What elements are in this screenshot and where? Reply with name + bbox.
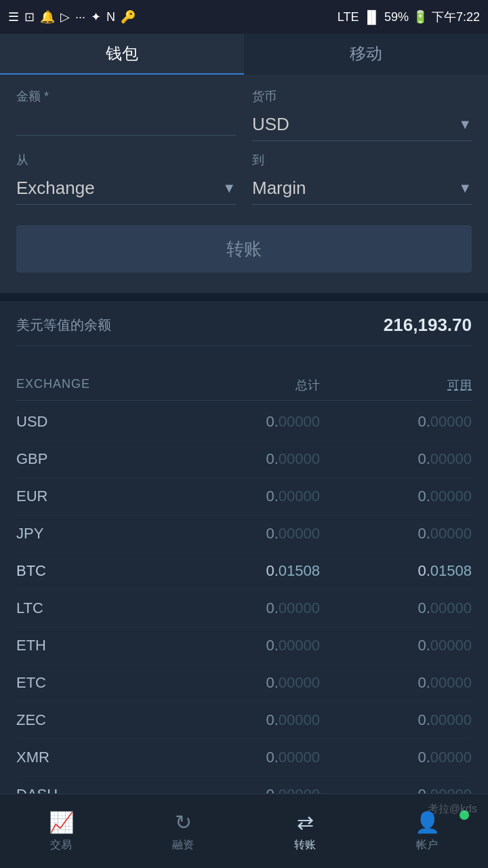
from-to-row: 从 Exchange ▼ 到 Margin ▼ bbox=[16, 152, 472, 205]
balance-row: 美元等值的余额 216,193.70 bbox=[16, 315, 472, 346]
table-row: LTC 0.00000 0.00000 bbox=[16, 590, 472, 627]
lte-label: LTE bbox=[338, 10, 359, 24]
currency-select[interactable]: USD ▼ bbox=[252, 108, 472, 141]
transfer-button[interactable]: 转账 bbox=[16, 225, 472, 273]
cell-available: 0.01508 bbox=[320, 562, 472, 580]
cell-currency-name: GBP bbox=[16, 450, 168, 468]
nav-account-label: 帐户 bbox=[416, 838, 438, 852]
header-exchange: EXCHANGE bbox=[16, 377, 168, 393]
exchange-table: EXCHANGE 总计 可用 USD 0.00000 0.00000 GBP 0… bbox=[0, 370, 488, 851]
amount-label: 金额 * bbox=[16, 88, 236, 104]
to-value: Margin bbox=[252, 178, 306, 199]
amount-input[interactable] bbox=[16, 108, 236, 136]
nav-transfer[interactable]: ⇄ 转账 bbox=[244, 810, 366, 852]
table-row: GBP 0.00000 0.00000 bbox=[16, 441, 472, 478]
cell-total: 0.00000 bbox=[168, 450, 320, 468]
notification-icon: 🔔 bbox=[40, 9, 55, 24]
nav-trade[interactable]: 📈 交易 bbox=[0, 810, 122, 852]
cell-currency-name: EUR bbox=[16, 488, 168, 505]
cell-currency-name: ZEC bbox=[16, 711, 168, 729]
battery-icon: 🔋 bbox=[413, 9, 428, 24]
table-row: EUR 0.00000 0.00000 bbox=[16, 478, 472, 515]
cell-total: 0.00000 bbox=[168, 413, 320, 431]
bluetooth-icon: ✦ bbox=[91, 9, 101, 24]
header-available: 可用 bbox=[320, 377, 472, 393]
cell-currency-name: ETC bbox=[16, 674, 168, 692]
table-row: XMR 0.00000 0.00000 bbox=[16, 739, 472, 776]
chevron-down-icon: ▼ bbox=[458, 117, 472, 132]
cell-total: 0.00000 bbox=[168, 674, 320, 692]
balance-label: 美元等值的余额 bbox=[16, 316, 111, 334]
send-icon: ▷ bbox=[60, 9, 70, 24]
cell-total: 0.00000 bbox=[168, 749, 320, 766]
tab-bar: 钱包 移动 bbox=[0, 34, 488, 75]
table-row: ZEC 0.00000 0.00000 bbox=[16, 702, 472, 739]
table-header: EXCHANGE 总计 可用 bbox=[16, 370, 472, 401]
nav-finance-label: 融资 bbox=[172, 838, 194, 852]
cell-currency-name: BTC bbox=[16, 562, 168, 580]
nav-finance[interactable]: ↻ 融资 bbox=[122, 810, 244, 852]
more-icon: ··· bbox=[75, 10, 85, 24]
from-select[interactable]: Exchange ▼ bbox=[16, 172, 236, 205]
from-field: 从 Exchange ▼ bbox=[16, 152, 236, 205]
from-value: Exchange bbox=[16, 178, 95, 199]
table-row: JPY 0.00000 0.00000 bbox=[16, 515, 472, 553]
nav-trade-label: 交易 bbox=[50, 838, 72, 852]
cell-currency-name: XMR bbox=[16, 749, 168, 766]
table-row: ETC 0.00000 0.00000 bbox=[16, 665, 472, 702]
signal-bars: ▐▌ bbox=[363, 10, 380, 24]
cell-total: 0.00000 bbox=[168, 488, 320, 505]
table-body: USD 0.00000 0.00000 GBP 0.00000 0.00000 … bbox=[16, 403, 472, 851]
amount-currency-row: 金额 * 货币 USD ▼ bbox=[16, 88, 472, 141]
currency-field: 货币 USD ▼ bbox=[252, 88, 472, 141]
cell-available: 0.00000 bbox=[320, 488, 472, 505]
cell-available: 0.00000 bbox=[320, 711, 472, 729]
bottom-nav: 📈 交易 ↻ 融资 ⇄ 转账 👤 帐户 bbox=[0, 793, 488, 868]
cell-available: 0.00000 bbox=[320, 599, 472, 617]
cell-total: 0.00000 bbox=[168, 525, 320, 542]
tab-wallet[interactable]: 钱包 bbox=[0, 34, 244, 75]
cell-currency-name: USD bbox=[16, 413, 168, 431]
trade-icon: 📈 bbox=[49, 810, 74, 834]
currency-label: 货币 bbox=[252, 88, 472, 104]
app-icon: ⊡ bbox=[24, 9, 35, 24]
nfc-icon: N bbox=[106, 10, 115, 24]
to-field: 到 Margin ▼ bbox=[252, 152, 472, 205]
currency-value: USD bbox=[252, 114, 289, 135]
amount-field: 金额 * bbox=[16, 88, 236, 141]
transfer-form: 金额 * 货币 USD ▼ 从 Exchange ▼ 到 bbox=[0, 75, 488, 293]
balance-section: 美元等值的余额 216,193.70 bbox=[0, 301, 488, 370]
status-bar: ☰ ⊡ 🔔 ▷ ··· ✦ N 🔑 LTE ▐▌ 59% 🔋 下午7:22 bbox=[0, 0, 488, 34]
key-icon: 🔑 bbox=[121, 9, 136, 24]
finance-icon: ↻ bbox=[175, 810, 192, 834]
from-label: 从 bbox=[16, 152, 236, 168]
status-left-icons: ☰ ⊡ 🔔 ▷ ··· ✦ N 🔑 bbox=[8, 9, 136, 24]
nav-transfer-label: 转账 bbox=[294, 838, 316, 852]
table-row: BTC 0.01508 0.01508 bbox=[16, 553, 472, 590]
to-label: 到 bbox=[252, 152, 472, 168]
cell-total: 0.01508 bbox=[168, 562, 320, 580]
chevron-down-to-icon: ▼ bbox=[458, 180, 472, 196]
cell-available: 0.00000 bbox=[320, 674, 472, 692]
cell-total: 0.00000 bbox=[168, 599, 320, 617]
cell-currency-name: ETH bbox=[16, 637, 168, 654]
cell-available: 0.00000 bbox=[320, 450, 472, 468]
cell-available: 0.00000 bbox=[320, 637, 472, 654]
to-select[interactable]: Margin ▼ bbox=[252, 172, 472, 205]
cell-available: 0.00000 bbox=[320, 525, 472, 542]
chevron-down-from-icon: ▼ bbox=[222, 180, 236, 196]
header-total: 总计 bbox=[168, 377, 320, 393]
watermark: 考拉@kds bbox=[428, 802, 477, 816]
menu-icon: ☰ bbox=[8, 9, 19, 24]
section-divider bbox=[0, 293, 488, 301]
status-time: 下午7:22 bbox=[432, 9, 480, 25]
cell-available: 0.00000 bbox=[320, 413, 472, 431]
table-row: ETH 0.00000 0.00000 bbox=[16, 627, 472, 665]
cell-currency-name: LTC bbox=[16, 599, 168, 617]
balance-value: 216,193.70 bbox=[384, 315, 472, 336]
tab-move[interactable]: 移动 bbox=[244, 34, 488, 75]
cell-total: 0.00000 bbox=[168, 637, 320, 654]
status-right-info: LTE ▐▌ 59% 🔋 下午7:22 bbox=[338, 9, 480, 25]
battery-percent: 59% bbox=[384, 10, 409, 24]
table-row: USD 0.00000 0.00000 bbox=[16, 403, 472, 441]
